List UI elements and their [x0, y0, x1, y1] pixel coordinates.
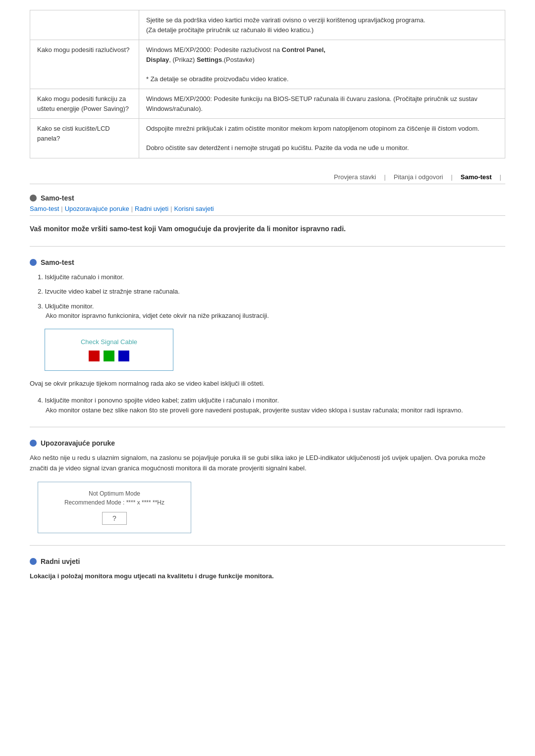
subsection-header: Samo-test — [30, 258, 505, 266]
section-title: Samo-test — [41, 194, 74, 202]
nav-item-samotest[interactable]: Samo-test — [457, 173, 496, 181]
faq-question: Kako se cisti kucište/LCD panela? — [30, 119, 139, 158]
section-header: Samo-test — [30, 194, 505, 202]
color-squares — [55, 351, 163, 361]
step-subtext: Ako monitor ispravno funkcionira, vidjet… — [46, 311, 505, 321]
faq-question: Kako mogu podesiti razlučivost? — [30, 40, 139, 89]
bold-description: Vaš monitor može vršiti samo-test koji V… — [30, 224, 505, 234]
nav-bar: Provjera stavki | Pitanja i odgovori | S… — [30, 173, 505, 184]
faq-question: Kako mogu podesiti funkciju za uštetu en… — [30, 89, 139, 119]
warning-line1: Not Optimum Mode — [47, 490, 182, 497]
numbered-list: Isključite računalo i monitor. Izvucite … — [30, 272, 505, 321]
faq-answer: Sjetite se da podrška video kartici može… — [139, 10, 505, 40]
upozoravajuce-para: Ako nešto nije u redu s ulaznim signalom… — [30, 453, 505, 474]
faq-answer: Windows ME/XP/2000: Podesite razlučivost… — [139, 40, 505, 89]
radni-title: Radni uvjeti — [41, 557, 80, 565]
upozoravajuce-subsection: Upozoravajuće poruke Ako nešto nije u re… — [30, 439, 505, 533]
subnav-upozoravajuce[interactable]: Upozoravajuće poruke — [65, 205, 129, 212]
subnav-sep: | — [61, 205, 62, 212]
nav-item-provjera[interactable]: Provjera stavki — [330, 173, 380, 181]
subsection-title: Samo-test — [41, 258, 74, 266]
step-text: Izvucite video kabel iz stražnje strane … — [45, 288, 179, 295]
upozoravajuce-header: Upozoravajuće poruke — [30, 439, 505, 447]
step-subtext: Ako monitor ostane bez slike nakon što s… — [46, 405, 505, 415]
list-item: Isključite računalo i monitor. — [38, 272, 505, 282]
faq-answer: Odspojite mrežni priključak i zatim očis… — [139, 119, 505, 158]
nav-item-pitanja[interactable]: Pitanja i odgovori — [390, 173, 447, 181]
warning-line2: Recommended Mode : **** x **** **Hz — [47, 499, 182, 506]
nav-separator: | — [447, 173, 456, 181]
radni-dot — [30, 558, 37, 565]
nav-separator-end: | — [496, 173, 505, 181]
green-square — [104, 351, 114, 361]
upozoravajuce-title: Upozoravajuće poruke — [41, 439, 115, 447]
section-divider — [30, 246, 505, 247]
step-text: Isključite računalo i monitor. — [45, 273, 124, 281]
subnav-sep: | — [170, 205, 172, 212]
samotest-subsection: Samo-test Isključite računalo i monitor.… — [30, 258, 505, 415]
subnav-sep: | — [131, 205, 133, 212]
subsection-dot — [30, 259, 37, 266]
faq-question — [30, 10, 139, 40]
section-divider-2 — [30, 427, 505, 427]
warning-box: Not Optimum Mode Recommended Mode : ****… — [38, 482, 191, 533]
signal-title: Check Signal Cable — [55, 338, 163, 346]
list-item: Izvucite video kabel iz stražnje strane … — [38, 287, 505, 297]
radni-subsection: Radni uvjeti Lokacija i položaj monitora… — [30, 557, 505, 581]
step-text: Uključite monitor. — [45, 302, 94, 310]
signal-para: Ovaj se okvir prikazuje tijekom normalno… — [30, 379, 505, 389]
section-divider-3 — [30, 545, 505, 546]
radni-bold-text: Lokacija i položaj monitora mogu utjecat… — [30, 571, 505, 581]
table-row: Kako mogu podesiti razlučivost? Windows … — [30, 40, 505, 89]
numbered-list-step4: Isključite monitor i ponovno spojite vid… — [30, 396, 505, 415]
warning-button[interactable]: ? — [102, 512, 127, 525]
table-row: Sjetite se da podrška video kartici može… — [30, 10, 505, 40]
faq-table: Sjetite se da podrška video kartici može… — [30, 10, 505, 158]
faq-answer: Windows ME/XP/2000: Podesite funkciju na… — [139, 89, 505, 119]
upozoravajuce-dot — [30, 440, 37, 447]
blue-square — [118, 351, 129, 361]
table-row: Kako mogu podesiti funkciju za uštetu en… — [30, 89, 505, 119]
red-square — [89, 351, 100, 361]
table-row: Kako se cisti kucište/LCD panela? Odspoj… — [30, 119, 505, 158]
list-item: Isključite monitor i ponovno spojite vid… — [38, 396, 505, 415]
radni-header: Radni uvjeti — [30, 557, 505, 565]
nav-separator: | — [380, 173, 389, 181]
subnav-radni[interactable]: Radni uvjeti — [135, 205, 168, 212]
sub-nav: Samo-test | Upozoravajuće poruke | Radni… — [30, 205, 505, 216]
section-dot — [30, 195, 37, 202]
signal-cable-box: Check Signal Cable — [45, 329, 173, 371]
subnav-samotest[interactable]: Samo-test — [30, 205, 59, 212]
page-wrapper: Sjetite se da podrška video kartici može… — [0, 0, 535, 601]
list-item: Uključite monitor. Ako monitor ispravno … — [38, 302, 505, 321]
step-text: Isključite monitor i ponovno spojite vid… — [45, 397, 279, 404]
subnav-korisni[interactable]: Korisni savjeti — [174, 205, 214, 212]
